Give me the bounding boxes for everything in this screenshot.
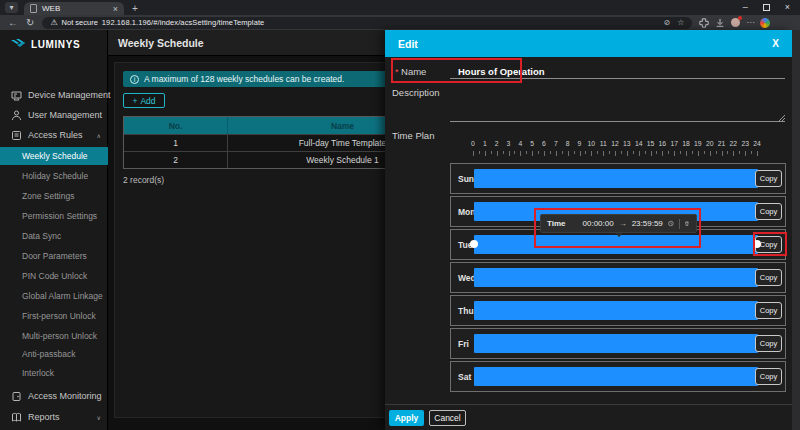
tooltip-divider (679, 219, 680, 229)
sidebar-item-label: PIN Code Unlock (22, 271, 87, 281)
time-range-bar[interactable] (474, 169, 758, 188)
tooltip-start-time[interactable]: 00:00:00 (583, 219, 614, 228)
window-minimize-button[interactable]: – (743, 2, 748, 12)
url-bar[interactable]: ⚠ Not secure 192.168.1.196/#/index/acsSe… (42, 17, 692, 29)
window-maximize-button[interactable] (763, 4, 770, 11)
footer-divider (385, 404, 792, 405)
arrow-right-icon: → (619, 219, 627, 228)
window-close-button[interactable]: × (785, 2, 790, 12)
reports-icon (11, 412, 22, 423)
time-range-bar[interactable] (474, 235, 758, 254)
hour-label: 15 (647, 140, 655, 147)
sidebar-item-first-person-unlock[interactable]: First-person Unlock (0, 307, 108, 325)
delete-icon[interactable] (684, 219, 690, 228)
hour-label: 0 (471, 140, 475, 147)
copy-button-wed[interactable]: Copy (755, 269, 782, 286)
bookmark-star-icon[interactable]: ☆ (677, 18, 684, 27)
security-label: Not secure (62, 18, 98, 27)
cancel-button[interactable]: Cancel (429, 410, 466, 426)
hour-label: 13 (623, 140, 631, 147)
brand-name: LUMINYS (31, 39, 80, 50)
description-label: Description (392, 87, 440, 98)
sidebar-item-access-rules[interactable]: Access Rules∧ (0, 126, 108, 144)
tab-title: WEB (42, 4, 60, 13)
range-start-handle[interactable] (470, 240, 478, 248)
name-input-underline (450, 78, 785, 79)
sidebar-item-data-sync[interactable]: Data Sync (0, 227, 108, 245)
hour-label: 7 (554, 140, 558, 147)
hour-label: 5 (530, 140, 534, 147)
page-scrollbar[interactable] (792, 30, 800, 430)
profile-avatar[interactable] (731, 18, 740, 27)
tab-search-icon[interactable]: ▾ (5, 2, 18, 13)
apply-button[interactable]: Apply (389, 410, 424, 426)
copy-button-sat[interactable]: Copy (755, 368, 782, 385)
sidebar-item-interlock[interactable]: Interlock (0, 364, 108, 382)
tab-close-icon[interactable]: × (113, 4, 118, 14)
download-icon[interactable] (715, 18, 725, 28)
user-icon (11, 110, 22, 121)
extensions-icon[interactable] (699, 18, 709, 28)
panel-close-icon[interactable]: X (772, 38, 779, 49)
copy-button-sun[interactable]: Copy (755, 170, 782, 187)
sidebar-item-zone-settings[interactable]: Zone Settings (0, 187, 108, 205)
sidebar-item-weekly-schedule[interactable]: Weekly Schedule (0, 147, 108, 165)
hour-label: 3 (507, 140, 511, 147)
tooltip-time-label: Time (547, 219, 566, 228)
textarea-resize-handle[interactable] (778, 114, 785, 121)
sidebar-item-global-alarm-linkage[interactable]: Global Alarm Linkage (0, 287, 108, 305)
time-axis-ticks (450, 151, 786, 157)
time-range-bar[interactable] (474, 268, 758, 287)
sidebar-item-pin-code-unlock[interactable]: PIN Code Unlock (0, 267, 108, 285)
sidebar-item-multi-person-unlock[interactable]: Multi-person Unlock (0, 327, 108, 345)
day-row-sun: SunCopy (450, 163, 786, 194)
sidebar-item-access-monitoring[interactable]: Access Monitoring (0, 387, 108, 405)
hour-label: 12 (611, 140, 619, 147)
sidebar-item-door-parameters[interactable]: Door Parameters (0, 247, 108, 265)
name-input[interactable]: Hours of Operation (458, 66, 545, 77)
back-button[interactable]: ← (8, 15, 18, 30)
sidebar-item-permission-settings[interactable]: Permission Settings (0, 207, 108, 225)
time-range-bar[interactable] (474, 334, 758, 353)
clock-icon[interactable] (668, 219, 674, 228)
sidebar-item-label: Access Rules (28, 130, 83, 140)
time-axis-labels: 0123456789101112131415161718192021222324 (450, 140, 786, 149)
sidebar-item-device-management[interactable]: Device Management (0, 86, 108, 104)
sidebar-item-label: User Management (28, 110, 102, 120)
sidebar-item-anti-passback[interactable]: Anti-passback (0, 345, 108, 363)
description-input[interactable] (450, 90, 785, 121)
add-button[interactable]: + Add (123, 93, 165, 108)
browser-tab[interactable]: WEB × (24, 2, 124, 15)
sidebar-item-label: Weekly Schedule (22, 151, 88, 161)
hour-label: 17 (670, 140, 678, 147)
copy-button-thu[interactable]: Copy (755, 302, 782, 319)
brand: LUMINYS (10, 38, 80, 50)
chevron-down-icon: ∨ (97, 414, 101, 421)
sidebar-item-label: Multi-person Unlock (22, 331, 97, 341)
tooltip-end-time[interactable]: 23:59:59 (632, 219, 663, 228)
time-range-bar[interactable] (474, 301, 758, 320)
sidebar-item-label: Data Sync (22, 231, 61, 241)
not-secure-warning-icon: ⚠ (50, 18, 57, 27)
sidebar-item-user-management[interactable]: User Management (0, 106, 108, 124)
hour-label: 14 (635, 140, 643, 147)
sidebar-item-reports[interactable]: Reports∨ (0, 408, 108, 426)
description-input-underline (450, 121, 785, 122)
new-tab-button[interactable]: + (132, 3, 138, 14)
day-row-thu: ThuCopy (450, 295, 786, 326)
day-label: Sat (458, 372, 471, 382)
copy-button-mon[interactable]: Copy (755, 203, 782, 220)
browser-logo-icon[interactable] (760, 18, 770, 28)
day-label: Sun (458, 174, 474, 184)
sidebar-item-label: Access Monitoring (28, 391, 102, 401)
chevron-up-icon: ∧ (97, 132, 101, 139)
time-range-bar[interactable] (474, 367, 758, 386)
hour-label: 22 (730, 140, 738, 147)
reload-button[interactable]: ↻ (26, 15, 34, 30)
copy-button-fri[interactable]: Copy (755, 335, 782, 352)
day-label: Mon (458, 207, 475, 217)
range-end-handle[interactable] (753, 240, 761, 248)
browser-menu-icon[interactable]: ⋯ (746, 18, 754, 27)
content-blocked-icon[interactable]: ⊘ (664, 18, 671, 27)
sidebar-item-holiday-schedule[interactable]: Holiday Schedule (0, 167, 108, 185)
